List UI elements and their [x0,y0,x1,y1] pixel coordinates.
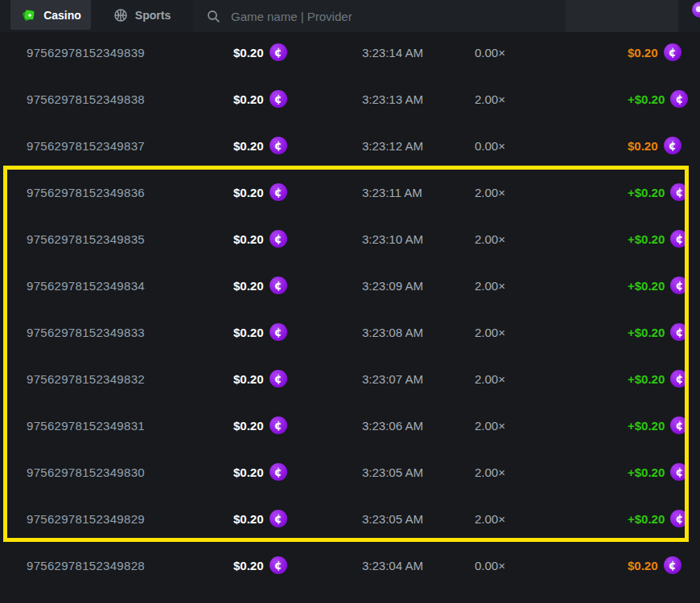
bet-amount-text: $0.20 [233,139,264,153]
bet-payout: $0.20¢ [628,43,681,61]
bet-id: 97562978152349828 [27,559,233,572]
notification-bubble-icon[interactable] [692,2,700,18]
tab-casino[interactable]: Casino [10,0,91,30]
coin-icon: ¢ [270,323,287,341]
bet-amount-text: $0.20 [233,186,264,199]
bet-amount-text: $0.20 [233,279,264,293]
coin-icon: ¢ [270,230,287,248]
table-row[interactable]: 97562978152349828 $0.20¢ 3:23:04 AM 0.00… [0,542,700,589]
bet-amount-text: $0.20 [233,466,264,479]
bet-id: 97562978152349832 [27,372,233,386]
table-row[interactable]: 97562978152349837 $0.20¢ 3:23:12 AM 0.00… [0,122,700,169]
payout-text: +$0.20 [628,419,665,433]
coin-icon: ¢ [270,510,287,527]
tab-sports[interactable]: Sports [91,0,193,30]
coin-icon: ¢ [670,183,688,201]
coin-icon: ¢ [670,90,688,108]
coin-icon: ¢ [270,277,287,294]
coin-icon: ¢ [664,137,681,154]
tab-sports-label: Sports [135,9,171,22]
bet-time: 3:23:08 AM [362,326,475,339]
bet-payout: +$0.20¢ [628,370,688,388]
bet-amount-text: $0.20 [233,326,264,339]
coin-icon: ¢ [670,510,688,527]
bet-amount: $0.20¢ [233,416,362,434]
sports-ball-icon [113,8,128,23]
bet-time: 3:23:06 AM [362,419,475,433]
casino-cards-icon [20,7,36,23]
bet-id: 97562978152349839 [27,46,233,59]
payout-text: +$0.20 [628,466,665,479]
bet-multiplier: 2.00× [475,466,628,479]
bet-amount-text: $0.20 [233,46,264,59]
bet-amount-text: $0.20 [233,419,264,433]
bet-time: 3:23:09 AM [362,279,475,293]
table-row[interactable]: 97562978152349829 $0.20¢ 3:23:05 AM 2.00… [0,495,700,542]
bet-amount-text: $0.20 [233,92,264,106]
bet-time: 3:23:10 AM [362,232,475,246]
tab-casino-label: Casino [43,9,81,22]
bet-amount: $0.20¢ [233,556,362,574]
table-row[interactable]: 97562978152349832 $0.20¢ 3:23:07 AM 2.00… [0,355,700,402]
payout-text: +$0.20 [628,279,665,293]
coin-icon: ¢ [270,137,287,154]
table-row[interactable]: 97562978152349831 $0.20¢ 3:23:06 AM 2.00… [0,402,700,449]
payout-text: $0.20 [628,46,658,59]
table-row[interactable]: 97562978152349838 $0.20¢ 3:23:13 AM 2.00… [0,76,700,122]
coin-icon: ¢ [670,463,688,481]
bet-multiplier: 0.00× [475,559,628,572]
bet-time: 3:23:07 AM [362,372,475,386]
bet-id: 97562978152349831 [27,419,233,433]
bet-id: 97562978152349836 [27,186,233,199]
coin-icon: ¢ [270,556,287,574]
bet-multiplier: 2.00× [475,326,628,339]
bet-history-table: 97562978152349839 $0.20¢ 3:23:14 AM 0.00… [0,29,700,589]
bet-multiplier: 2.00× [475,92,628,106]
coin-icon: ¢ [664,556,681,574]
bet-time: 3:23:05 AM [362,466,475,479]
bet-amount: $0.20¢ [233,230,362,248]
table-row[interactable]: 97562978152349834 $0.20¢ 3:23:09 AM 2.00… [0,262,700,309]
bet-amount: $0.20¢ [233,510,362,527]
bet-multiplier: 2.00× [475,512,628,526]
bet-payout: $0.20¢ [628,556,681,574]
search-input[interactable] [229,9,538,24]
table-row[interactable]: 97562978152349830 $0.20¢ 3:23:05 AM 2.00… [0,449,700,495]
bet-id: 97562978152349829 [27,512,233,526]
bet-payout: +$0.20¢ [628,90,688,108]
table-row[interactable]: 97562978152349836 $0.20¢ 3:23:11 AM 2.00… [0,169,700,215]
bet-time: 3:23:12 AM [362,139,475,153]
bet-payout: +$0.20¢ [628,277,688,294]
bet-payout: +$0.20¢ [628,463,688,481]
bet-multiplier: 2.00× [475,232,628,246]
coin-icon: ¢ [670,416,688,434]
bet-payout: +$0.20¢ [628,510,688,527]
bet-amount: $0.20¢ [233,277,362,294]
bet-amount: $0.20¢ [233,43,362,61]
coin-icon: ¢ [270,43,287,61]
coin-icon: ¢ [670,323,688,341]
search-icon [207,10,220,23]
bet-multiplier: 2.00× [475,279,628,293]
coin-icon: ¢ [270,183,287,201]
payout-text: +$0.20 [628,372,665,386]
table-row[interactable]: 97562978152349835 $0.20¢ 3:23:10 AM 2.00… [0,215,700,262]
bet-amount: $0.20¢ [233,137,362,154]
table-row[interactable]: 97562978152349833 $0.20¢ 3:23:08 AM 2.00… [0,309,700,355]
table-row[interactable]: 97562978152349839 $0.20¢ 3:23:14 AM 0.00… [0,29,700,76]
bet-amount: $0.20¢ [233,90,362,108]
bet-amount: $0.20¢ [233,183,362,201]
bet-id: 97562978152349835 [27,232,233,246]
payout-text: $0.20 [628,139,658,153]
search-bar[interactable] [193,0,566,32]
bet-payout: +$0.20¢ [628,323,688,341]
nav-secondary-panel [566,0,678,32]
bet-id: 97562978152349830 [27,466,233,479]
bet-amount: $0.20¢ [233,323,362,341]
payout-text: +$0.20 [628,232,665,246]
coin-icon: ¢ [670,230,688,248]
bet-payout: +$0.20¢ [628,230,688,248]
payout-text: +$0.20 [628,512,665,526]
payout-text: +$0.20 [628,92,665,106]
payout-text: $0.20 [628,559,658,572]
